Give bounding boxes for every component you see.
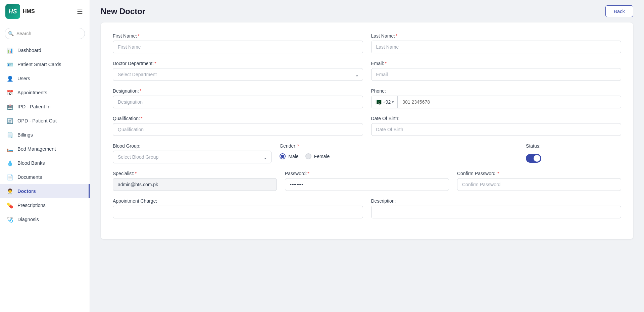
specialist-required: * (135, 171, 137, 176)
form-row-dept-email: Doctor Department:* Select Department ⌄ … (113, 61, 621, 81)
last-name-input[interactable] (371, 41, 622, 53)
new-doctor-form: First Name:* Last Name:* Doctor Departme… (101, 22, 633, 239)
gender-male-radio[interactable] (280, 153, 286, 159)
billings-icon: 🗒️ (7, 132, 13, 138)
search-icon: 🔍 (8, 31, 14, 36)
gender-label: Gender:* (280, 143, 518, 149)
form-row-name: First Name:* Last Name:* (113, 33, 621, 53)
last-name-group: Last Name:* (371, 33, 622, 53)
sidebar-item-label: Prescriptions (17, 203, 46, 208)
doctor-department-select[interactable]: Select Department (113, 68, 363, 81)
sidebar-header: HS HMS ☰ (0, 0, 90, 23)
sidebar-item-label: Users (17, 76, 30, 81)
phone-input[interactable] (398, 96, 621, 108)
specialist-input[interactable] (113, 178, 277, 191)
confirm-password-label: Confirm Password:* (457, 171, 621, 176)
search-box: 🔍 (5, 28, 85, 39)
bed-management-icon: 🛏️ (7, 146, 13, 152)
sidebar-item-label: Doctors (17, 189, 36, 194)
appointment-charge-group: Appointment Charge: (113, 198, 363, 218)
sidebar-item-prescriptions[interactable]: 💊 Prescriptions (0, 198, 90, 212)
sidebar-item-label: OPD - Patient Out (17, 118, 57, 123)
dashboard-icon: 📊 (7, 47, 13, 54)
dob-input[interactable] (371, 123, 622, 136)
doctor-department-group: Doctor Department:* Select Department ⌄ (113, 61, 363, 81)
search-input[interactable] (5, 28, 85, 39)
confirm-password-input[interactable] (457, 178, 621, 191)
dept-required: * (154, 61, 156, 66)
blood-group-label: Blood Group: (113, 143, 271, 149)
app-name: HMS (23, 8, 35, 14)
gender-group: Gender:* Male Female (280, 143, 518, 163)
appointment-charge-input[interactable] (113, 206, 363, 218)
blood-group-select[interactable]: Select Blood Group A+A-B+B- O+O-AB+AB- (113, 151, 271, 163)
designation-label: Designation:* (113, 88, 363, 94)
status-label: Status: (526, 143, 621, 149)
sidebar-item-opd-patient-out[interactable]: 🔄 OPD - Patient Out (0, 114, 90, 128)
flag-icon: 🇵🇰 (375, 99, 382, 105)
sidebar-item-blood-banks[interactable]: 💧 Blood Banks (0, 156, 90, 170)
confirm-password-required: * (497, 171, 499, 176)
sidebar-item-ipd-patient-in[interactable]: 🏥 IPD - Patient In (0, 100, 90, 114)
sidebar-item-doctors[interactable]: 👨‍⚕️ Doctors (0, 184, 90, 198)
sidebar-item-label: IPD - Patient In (17, 104, 50, 109)
qual-required: * (141, 116, 142, 121)
sidebar-item-label: Diagnosis (17, 217, 39, 222)
hamburger-menu[interactable]: ☰ (76, 6, 84, 17)
first-name-required: * (138, 33, 139, 39)
phone-prefix[interactable]: 🇵🇰 +92 ▾ (371, 96, 398, 108)
patient-smart-cards-icon: 🪪 (7, 61, 13, 68)
phone-wrap: 🇵🇰 +92 ▾ (371, 96, 622, 108)
gender-female-label[interactable]: Female (305, 153, 330, 159)
main-content: New Doctor Back First Name:* Last Name:* (90, 0, 644, 312)
documents-icon: 📄 (7, 174, 13, 180)
sidebar: HS HMS ☰ 🔍 📊 Dashboard 🪪 Patient Smart C… (0, 0, 90, 312)
logo-icon: HS (5, 4, 20, 19)
users-icon: 👤 (7, 75, 13, 82)
confirm-password-group: Confirm Password:* (457, 171, 621, 191)
opd-icon: 🔄 (7, 117, 13, 124)
last-name-label: Last Name:* (371, 33, 622, 39)
page-title: New Doctor (101, 7, 145, 16)
phone-code: +92 (383, 99, 391, 105)
email-group: Email:* (371, 61, 622, 81)
gender-male-label[interactable]: Male (280, 153, 298, 159)
nav-list: 📊 Dashboard 🪪 Patient Smart Cards 👤 User… (0, 42, 90, 228)
sidebar-item-label: Bed Management (17, 146, 56, 152)
gender-required: * (297, 143, 299, 149)
qualification-input[interactable] (113, 123, 363, 136)
first-name-label: First Name:* (113, 33, 363, 39)
dob-group: Date Of Birth: (371, 116, 622, 136)
last-name-required: * (396, 33, 397, 39)
password-label: Password:* (285, 171, 449, 176)
status-toggle[interactable] (526, 154, 541, 163)
sidebar-item-billings[interactable]: 🗒️ Billings (0, 128, 90, 142)
form-row-charge-desc: Appointment Charge: Description: (113, 198, 621, 218)
sidebar-item-label: Billings (17, 132, 33, 138)
prescriptions-icon: 💊 (7, 202, 13, 209)
sidebar-item-appointments[interactable]: 📅 Appointments (0, 86, 90, 100)
sidebar-item-bed-management[interactable]: 🛏️ Bed Management (0, 142, 90, 156)
designation-input[interactable] (113, 96, 363, 108)
sidebar-item-users[interactable]: 👤 Users (0, 71, 90, 86)
back-button[interactable]: Back (605, 5, 633, 17)
qualification-label: Qualification:* (113, 116, 363, 121)
password-input[interactable] (285, 178, 449, 191)
ipd-icon: 🏥 (7, 103, 13, 110)
first-name-input[interactable] (113, 41, 363, 53)
form-row-qual-dob: Qualification:* Date Of Birth: (113, 116, 621, 136)
logo-area: HS HMS (5, 4, 35, 19)
top-bar: New Doctor Back (90, 0, 644, 22)
gender-male-text: Male (288, 154, 298, 159)
sidebar-item-dashboard[interactable]: 📊 Dashboard (0, 43, 90, 57)
sidebar-item-patient-smart-cards[interactable]: 🪪 Patient Smart Cards (0, 57, 90, 71)
email-input[interactable] (371, 68, 622, 81)
password-group: Password:* (285, 171, 449, 191)
specialist-group: Specialist:* (113, 171, 277, 191)
sidebar-item-diagnosis[interactable]: 🩺 Diagnosis (0, 212, 90, 226)
phone-label: Phone: (371, 88, 622, 94)
description-input[interactable] (371, 206, 622, 218)
gender-female-radio[interactable] (305, 153, 311, 159)
form-row-designation-phone: Designation:* Phone: 🇵🇰 +92 ▾ (113, 88, 621, 108)
sidebar-item-documents[interactable]: 📄 Documents (0, 170, 90, 184)
